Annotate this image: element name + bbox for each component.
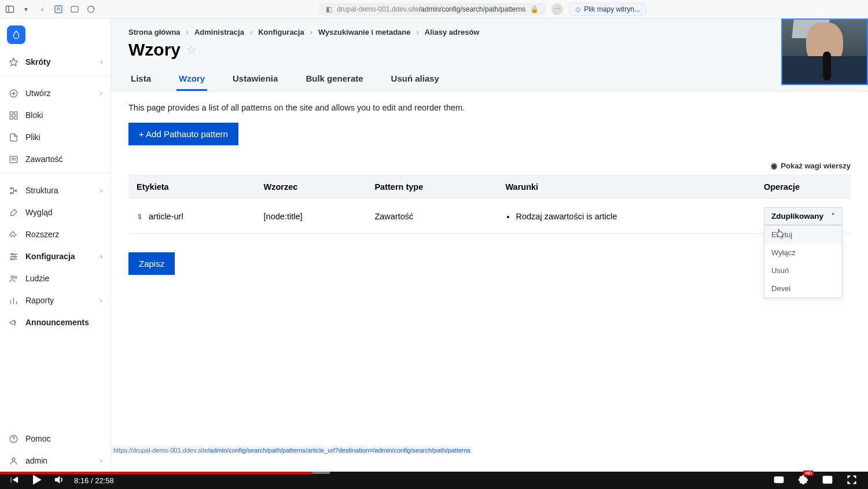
chevron-right-icon: › [100, 296, 102, 304]
file-icon [8, 132, 19, 142]
sidebar-item-zawarto-[interactable]: Zawartość [0, 148, 111, 170]
svg-rect-3 [71, 6, 78, 12]
sidebar-item-raporty[interactable]: Raporty› [0, 289, 111, 311]
help-icon [8, 433, 19, 444]
sitemap-pill[interactable]: ◇ Plik mapy witryn... [569, 3, 646, 16]
volume-button[interactable] [53, 474, 65, 487]
save-button[interactable]: Zapisz [128, 252, 175, 275]
tab-ustawienia[interactable]: Ustawienia [230, 68, 280, 91]
megaphone-icon [8, 317, 19, 328]
add-pattern-button[interactable]: + Add Pathauto pattern [128, 123, 238, 145]
operations-menu-item[interactable]: Usuń [764, 262, 842, 280]
svg-rect-9 [10, 112, 13, 115]
operations-menu-item[interactable]: Edytuj [764, 226, 842, 244]
row-label: article-url [149, 212, 183, 221]
sidebar-item-rozszerz[interactable]: Rozszerz [0, 223, 111, 245]
hd-badge: HD [803, 470, 814, 476]
miniplayer-button[interactable] [822, 474, 833, 487]
sidebar-item-pomoc[interactable]: Pomoc [0, 428, 111, 450]
row-conditions: Rodzaj zawartości is article [497, 199, 756, 234]
page-description: This page provides a list of all pattern… [128, 103, 851, 112]
breadcrumb-item[interactable]: Wyszukiwanie i metadane [318, 28, 410, 36]
breadcrumb-item[interactable]: Strona główna [128, 28, 181, 36]
svg-point-32 [12, 458, 15, 461]
sidebar-item-label: Pliki [25, 133, 41, 142]
svg-rect-0 [6, 6, 14, 12]
fullscreen-button[interactable] [846, 474, 858, 487]
tab-lista[interactable]: Lista [128, 68, 153, 91]
sidebar-item-label: Skróty [25, 57, 51, 67]
app-icon-3[interactable] [86, 4, 96, 14]
tab-wzory[interactable]: Wzory [176, 68, 207, 91]
back-icon[interactable]: ‹ [37, 4, 47, 14]
sidebar-item-label: Pomoc [25, 434, 51, 443]
sidebar-item-label: Konfiguracja [25, 252, 75, 261]
tab-usu-aliasy[interactable]: Usuń aliasy [389, 68, 442, 91]
sidebar-item-bloki[interactable]: Bloki [0, 104, 111, 126]
chart-icon [8, 295, 19, 306]
app-icon-1[interactable] [53, 4, 64, 14]
col-pattern: Wzorzec [256, 175, 367, 199]
chevron-up-icon: ˄ [832, 212, 835, 220]
users-icon [8, 273, 19, 284]
favorite-star-icon[interactable]: ☆ [186, 43, 197, 57]
sidebar-item-label: Announcements [25, 318, 89, 327]
sidebar-toggle-icon[interactable] [5, 4, 15, 14]
sidebar-item-utw-rz[interactable]: Utwórz› [0, 82, 111, 104]
drupal-logo[interactable] [7, 25, 25, 44]
operations-menu: EdytujWyłączUsuńDevel [764, 225, 843, 298]
sidebar-item-skr-ty[interactable]: Skróty› [0, 51, 111, 73]
sidebar-item-admin[interactable]: admin› [0, 450, 111, 472]
browser-chrome: ▾ ‹ ◧ drupal-demo-001.ddev.site/admin/co… [0, 0, 868, 19]
admin-sidebar: Skróty›Utwórz›BlokiPlikiZawartośćStruktu… [0, 19, 111, 472]
sidebar-item-konfiguracja[interactable]: Konfiguracja› [0, 245, 111, 267]
play-button[interactable] [29, 472, 44, 489]
sidebar-item-announcements[interactable]: Announcements [0, 311, 111, 333]
operations-button[interactable]: Zduplikowany˄ [764, 207, 843, 225]
svg-marker-5 [9, 58, 17, 65]
local-tabs: ListaWzoryUstawieniaBulk generateUsuń al… [128, 68, 851, 91]
star-outline-icon [8, 57, 19, 67]
drop-icon: ◇ [575, 5, 580, 13]
breadcrumb-item[interactable]: Aliasy adresów [425, 28, 480, 36]
eye-icon: ◉ [771, 161, 777, 170]
captions-button[interactable] [773, 474, 785, 487]
grid-icon [8, 110, 19, 120]
show-row-weights-link[interactable]: ◉ Pokaż wagi wierszy [128, 161, 851, 170]
operations-menu-item[interactable]: Devel [764, 280, 842, 297]
svg-rect-13 [10, 156, 17, 162]
col-operations: Operacje [756, 175, 851, 199]
tab-bulk-generate[interactable]: Bulk generate [303, 68, 365, 91]
lock-icon: 🔒 [530, 5, 539, 13]
sidebar-item-wygl-d[interactable]: Wygląd [0, 201, 111, 223]
svg-rect-35 [827, 480, 831, 482]
url-bar[interactable]: ◧ drupal-demo-001.ddev.site/admin/config… [319, 3, 546, 16]
prev-button[interactable] [8, 474, 20, 487]
sidebar-item-ludzie[interactable]: Ludzie [0, 267, 111, 289]
time-display: 8:16 / 22:58 [74, 476, 114, 485]
sidebar-item-pliki[interactable]: Pliki [0, 126, 111, 148]
site-settings-icon: ◧ [326, 5, 332, 13]
sidebar-item-label: Struktura [25, 186, 58, 195]
user-icon [8, 455, 19, 466]
video-player-bar: 8:16 / 22:58 HD [0, 472, 868, 489]
svg-rect-11 [10, 116, 13, 119]
sidebar-item-label: Bloki [25, 111, 43, 120]
dropdown-icon[interactable]: ▾ [21, 4, 31, 14]
tree-icon [8, 185, 19, 196]
operations-menu-item[interactable]: Wyłącz [764, 244, 842, 262]
sidebar-item-struktura[interactable]: Struktura› [0, 179, 111, 201]
breadcrumb-item[interactable]: Administracja [194, 28, 244, 36]
sidebar-item-label: Wygląd [25, 208, 53, 217]
brush-icon [8, 207, 19, 218]
breadcrumb: Strona główna›Administracja›Konfiguracja… [128, 28, 851, 36]
breadcrumb-item[interactable]: Konfiguracja [258, 28, 304, 36]
content-icon [8, 154, 19, 164]
share-icon[interactable]: ⋯ [551, 3, 563, 15]
row-pattern: [node:title] [256, 199, 367, 234]
sidebar-item-label: Ludzie [25, 274, 49, 283]
settings-button[interactable]: HD [797, 474, 809, 487]
app-icon-2[interactable] [69, 4, 80, 14]
puzzle-icon [8, 229, 19, 240]
drag-handle-icon[interactable]: ⥮ [137, 212, 143, 221]
